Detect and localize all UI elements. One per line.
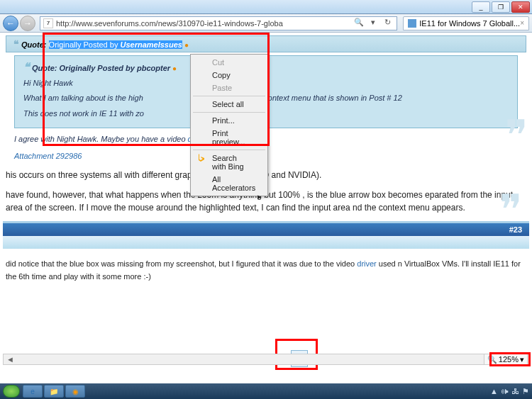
menu-separator xyxy=(193,96,265,96)
reply-paragraph: did notice that the blue box was missing… xyxy=(6,257,526,283)
selected-text: Originally Posted by UsernameIssues xyxy=(49,40,182,49)
taskbar-media-icon[interactable]: ◉ xyxy=(65,385,85,398)
dropdown-icon[interactable]: ▾ xyxy=(367,18,379,29)
menu-print-preview[interactable]: Print preview... xyxy=(192,127,266,148)
page-content: ❝ Quote: Originally Posted by UsernameIs… xyxy=(0,33,532,381)
taskbar-ie-icon[interactable]: e xyxy=(23,385,43,398)
scroll-left-icon[interactable]: ◄ xyxy=(6,355,14,364)
taskbar-explorer-icon[interactable]: 📁 xyxy=(44,385,64,398)
zoom-value: 125% xyxy=(499,355,519,364)
system-tray[interactable]: ▲ 🕪 🖧 ⚑ xyxy=(490,387,529,396)
menu-separator xyxy=(193,112,265,113)
bing-icon xyxy=(196,153,206,163)
maximize-button[interactable]: ❐ xyxy=(492,1,510,13)
tray-icon[interactable]: ▲ xyxy=(490,387,498,395)
view-post-icon[interactable]: ● xyxy=(172,64,177,72)
menu-search-bing[interactable]: Search with Bing xyxy=(192,152,266,173)
menu-cut: Cut xyxy=(192,56,266,69)
menu-print[interactable]: Print... xyxy=(192,114,266,127)
tray-icon[interactable]: ⚑ xyxy=(522,387,529,396)
forward-button[interactable]: → xyxy=(20,16,35,31)
refresh-icon[interactable]: ↻ xyxy=(381,18,394,29)
menu-copy[interactable]: Copy xyxy=(192,69,266,82)
tab-close-icon[interactable]: × xyxy=(520,19,524,27)
browser-tab[interactable]: IE11 for Windows 7 Globall... × xyxy=(403,16,529,30)
minimize-button[interactable]: _ xyxy=(472,1,490,13)
zoom-icon: 🔍 xyxy=(487,355,497,364)
menu-paste: Paste xyxy=(192,82,266,94)
tab-title: IE11 for Windows 7 Globall... xyxy=(419,19,520,28)
context-menu: Cut Copy Paste Select all Print... Print… xyxy=(190,54,268,196)
menu-select-all[interactable]: Select all xyxy=(192,98,266,111)
post-number-bar: #23 xyxy=(3,221,529,236)
address-bar[interactable]: 7 http://www.sevenforums.com/news/310970… xyxy=(40,16,397,30)
quote-decor-icon: ❞ xyxy=(505,111,528,161)
site-icon: 7 xyxy=(43,18,53,28)
quote-label: Quote: xyxy=(21,40,46,49)
taskbar: e 📁 ◉ ▲ 🕪 🖧 ⚑ xyxy=(0,383,532,399)
zoom-dropdown-icon[interactable]: ▾ xyxy=(520,355,524,364)
tab-favicon xyxy=(408,19,416,28)
outer-quote-header: ❝ Quote: Originally Posted by UsernameIs… xyxy=(6,35,526,52)
submenu-arrow-icon: ▸ xyxy=(257,192,262,201)
post-header-strip xyxy=(3,236,529,249)
back-button[interactable]: ← xyxy=(3,16,18,31)
browser-toolbar: ← → 7 http://www.sevenforums.com/news/31… xyxy=(0,14,532,33)
tray-icon[interactable]: 🕪 xyxy=(501,387,509,395)
horizontal-scrollbar[interactable]: ◄ ► xyxy=(3,354,529,365)
search-icon[interactable]: 🔍 xyxy=(353,18,365,29)
view-post-icon[interactable]: ● xyxy=(184,41,189,49)
quote-decor-icon: ❞ xyxy=(499,185,522,235)
menu-separator xyxy=(193,150,265,150)
start-button[interactable] xyxy=(3,385,20,398)
close-button[interactable]: ✕ xyxy=(511,1,530,13)
driver-link[interactable]: driver xyxy=(357,259,377,268)
menu-accelerators[interactable]: All Accelerators▸ xyxy=(192,173,266,194)
zoom-control[interactable]: 🔍125%▾ xyxy=(484,354,528,365)
window-titlebar: _ ❐ ✕ xyxy=(0,0,532,14)
url-text: http://www.sevenforums.com/news/310970-i… xyxy=(56,19,353,28)
tray-icon[interactable]: 🖧 xyxy=(511,387,519,395)
